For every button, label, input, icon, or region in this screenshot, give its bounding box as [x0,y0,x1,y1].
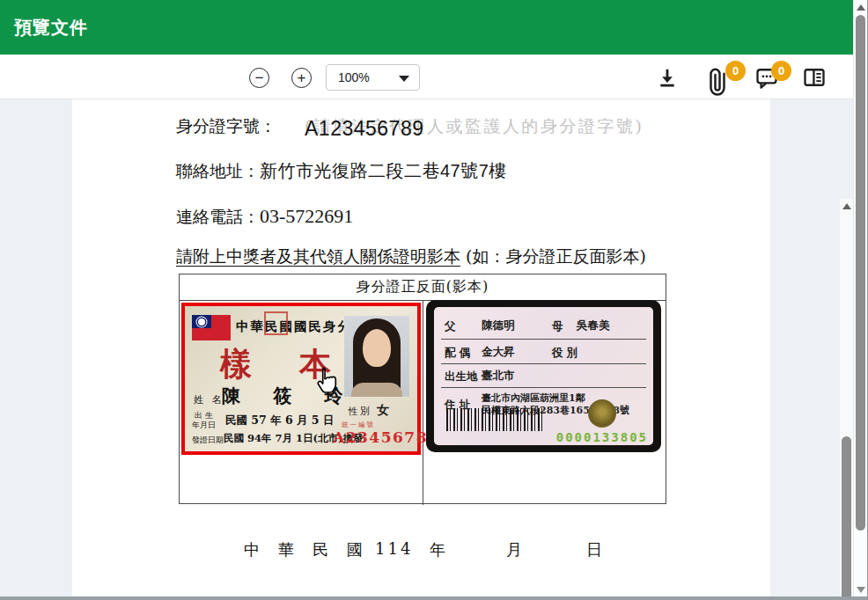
red-seal-box [264,311,288,335]
title-bar: 預覽文件 [0,0,854,55]
preview-window: 預覽文件 − + 100% 0 [0,0,868,600]
preview-scrollbar-thumb[interactable] [842,436,851,596]
plus-icon: + [298,70,306,87]
birthplace-value: 臺北市 [482,369,515,384]
zoom-in-button[interactable]: + [291,68,312,88]
minus-icon: − [255,70,264,87]
field-address-line: 聯絡地址：新竹市光復路二段二巷47號7樓 [176,159,507,183]
id-front-name-label: 姓 名 [194,393,224,406]
scroll-down-arrow-icon[interactable] [857,587,865,593]
birth-label-top: 出 生 [192,411,216,421]
zoom-level-value: 100% [338,70,370,84]
id-front-birth-value: 民國 57 年 6 月 5 日 [225,413,334,428]
scroll-up-arrow-icon[interactable] [857,4,865,11]
date-token: 民 [313,539,328,560]
birth-label-bottom: 年月日 [192,421,216,430]
id-front-sex-row: 性別女 [349,403,389,419]
scroll-up-arrow-icon[interactable] [842,203,851,209]
military-service-label: 役 別 [552,346,577,361]
side-panel-icon [802,65,827,90]
sample-watermark-1: 樣 [220,343,252,386]
comments-count-badge: 0 [771,61,791,81]
chevron-down-icon [399,76,409,82]
id-card-front-image[interactable]: 中華民國國民身分證 樣 本 姓 名 陳 筱 玲 出 生 年月日 民國 57 年 … [181,303,421,455]
id-back-card-face: 父 陳德明 母 吳春美 配 偶 金大昇 役 別 出生地 臺北市 住 址 臺北 [434,307,653,445]
id-card-back-image[interactable]: 父 陳德明 母 吳春美 配 偶 金大昇 役 別 出生地 臺北市 住 址 臺北 [426,300,661,452]
row-divider [441,339,646,340]
date-year-label: 年 [430,539,445,560]
father-label: 父 [445,319,456,334]
sex-value: 女 [377,403,389,417]
attachments-count-badge: 0 [725,61,746,81]
window-bottom-edge [0,596,868,600]
date-token: 華 [278,539,294,560]
download-button[interactable] [655,65,680,90]
field-phone-value: 03-5722691 [260,205,353,227]
field-phone-label: 連絡電話： [176,207,260,226]
browser-scrollbar-thumb[interactable] [856,15,865,530]
id-copy-table: 身分證正反面(影本) 中華民國國民身分證 樣 本 姓 名 陳 筱 玲 出 生 [179,274,666,504]
row-divider [441,363,646,364]
photo-face [363,329,391,367]
address-line-1: 臺北市內湖區葫洲里1鄰 [482,392,585,405]
id-front-photo [344,316,409,397]
mother-label: 母 [552,319,563,334]
field-address-value: 新竹市光復路二段二巷47號7樓 [260,161,507,180]
photo-shoulders [351,383,402,397]
date-token: 中 [244,539,260,560]
document-viewport: 身分證字號： (請填法定代理人或監護人的身分證字號) A123456789 聯絡… [0,99,854,596]
toolbar: − + 100% 0 [0,55,854,99]
field-address-label: 聯絡地址： [176,161,260,180]
field-id-number-label: 身分證字號： [176,115,276,138]
preview-scrollbar[interactable] [840,199,854,596]
attachment-note-suffix: (如：身分證正反面影本) [460,246,646,266]
barcode [446,408,545,431]
side-panel-toggle-button[interactable] [802,65,827,90]
birthplace-label: 出生地 [445,370,478,384]
id-front-birth-label: 出 生 年月日 [192,411,216,430]
date-year-value: 114 [375,539,413,558]
zoom-out-button[interactable]: − [249,68,269,88]
date-month-label: 月 [506,539,522,560]
id-copy-table-header: 身分證正反面(影本) [180,274,666,301]
gold-emblem-icon [588,399,616,428]
hand-cursor-icon [313,366,338,398]
taiwan-flag-icon [192,315,231,340]
table-column-divider [423,301,423,505]
attachment-note-underlined: 請附上中獎者及其代領人關係證明影本 [176,246,460,266]
father-name: 陳德明 [482,318,515,333]
browser-scrollbar[interactable] [853,0,867,600]
row-divider [441,387,646,388]
id-front-issue-label: 發證日期 [192,435,224,446]
page-title: 預覽文件 [14,16,88,40]
zoom-level-dropdown[interactable]: 100% [326,64,420,91]
mother-name: 吳春美 [577,318,610,333]
flag-sun-icon [198,318,205,326]
field-phone-line: 連絡電話：03-5722691 [176,205,353,229]
date-day-label: 日 [586,539,602,560]
sex-label: 性別 [349,406,371,417]
id-back-serial-number: 0000133805 [556,430,648,444]
download-icon [655,65,680,90]
field-id-number-value: A123456789 [305,117,423,141]
spouse-label: 配 偶 [445,346,470,361]
spouse-name: 金大昇 [482,345,515,360]
document-page: 身分證字號： (請填法定代理人或監護人的身分證字號) A123456789 聯絡… [72,99,770,596]
date-token: 國 [347,539,363,560]
attachment-note: 請附上中獎者及其代領人關係證明影本 (如：身分證正反面影本) [176,245,646,268]
